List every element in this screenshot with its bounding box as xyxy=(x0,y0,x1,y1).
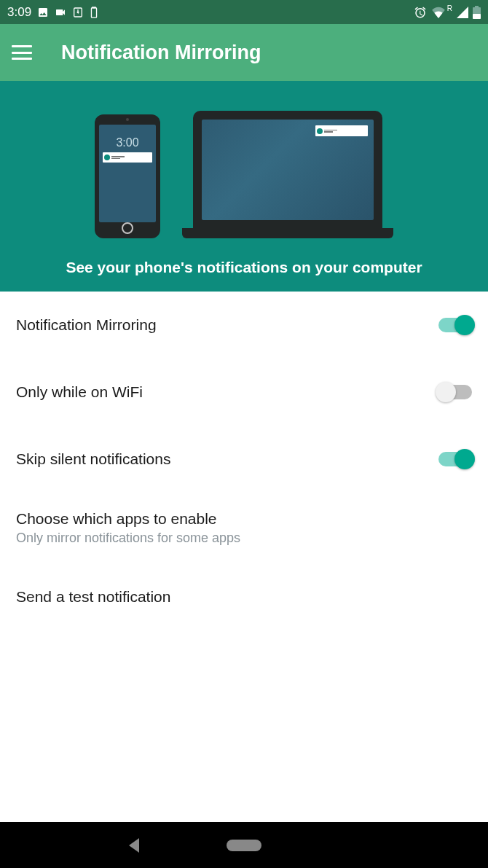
svg-rect-4 xyxy=(475,6,479,7)
back-button[interactable] xyxy=(129,838,139,853)
laptop-notification-bubble xyxy=(315,125,368,136)
hero-illustration: 3:00 xyxy=(95,111,393,238)
page-title: Notification Mirroring xyxy=(61,42,261,64)
hero-banner: 3:00 See your phone's notifications on xyxy=(0,81,488,292)
status-right: R xyxy=(414,6,481,19)
svg-rect-1 xyxy=(92,7,97,17)
navigation-bar xyxy=(0,822,488,868)
setting-skip-silent[interactable]: Skip silent notifications xyxy=(0,426,488,493)
battery-icon xyxy=(473,6,481,19)
app-bar: Notification Mirroring xyxy=(0,24,488,81)
setting-notification-mirroring[interactable]: Notification Mirroring xyxy=(0,292,488,359)
status-time: 3:09 xyxy=(7,5,31,20)
toggle-skip-silent[interactable] xyxy=(438,452,472,466)
setting-only-wifi[interactable]: Only while on WiFi xyxy=(0,359,488,426)
laptop-illustration xyxy=(182,111,393,238)
wifi-icon xyxy=(431,7,446,18)
home-button[interactable] xyxy=(227,840,261,851)
setting-title: Send a test notification xyxy=(16,588,170,606)
setting-title: Notification Mirroring xyxy=(16,316,157,334)
phone-time: 3:00 xyxy=(116,136,138,149)
settings-list: Notification Mirroring Only while on WiF… xyxy=(0,292,488,630)
toggle-notification-mirroring[interactable] xyxy=(438,318,472,332)
menu-icon[interactable] xyxy=(12,45,32,60)
download-icon xyxy=(72,7,84,18)
setting-title: Choose which apps to enable xyxy=(16,510,240,528)
svg-rect-2 xyxy=(93,7,95,8)
status-bar: 3:09 R xyxy=(0,0,488,24)
video-icon xyxy=(55,7,66,18)
roaming-indicator: R xyxy=(447,4,452,12)
hero-caption: See your phone's notifications on your c… xyxy=(66,259,422,276)
setting-title: Skip silent notifications xyxy=(16,450,170,468)
phone-notification-bubble xyxy=(103,152,152,163)
svg-rect-5 xyxy=(473,14,481,19)
setting-title: Only while on WiFi xyxy=(16,383,143,401)
setting-subtitle: Only mirror notifications for some apps xyxy=(16,531,240,546)
alarm-icon xyxy=(414,6,427,19)
setting-send-test[interactable]: Send a test notification xyxy=(0,563,488,630)
phone-illustration: 3:00 xyxy=(95,114,160,238)
picture-icon xyxy=(37,7,49,18)
battery-status-icon xyxy=(90,7,98,18)
setting-choose-apps[interactable]: Choose which apps to enable Only mirror … xyxy=(0,493,488,563)
signal-icon xyxy=(457,7,468,18)
toggle-only-wifi[interactable] xyxy=(438,385,472,399)
status-left: 3:09 xyxy=(7,5,98,20)
